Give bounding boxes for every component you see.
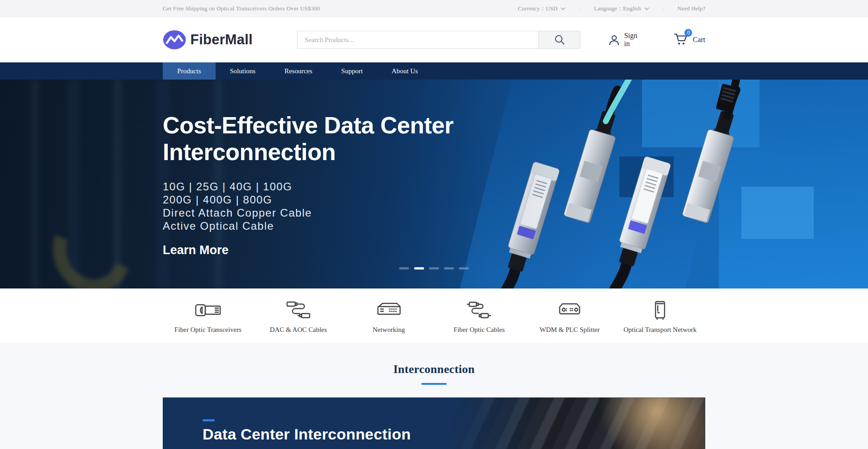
category-networking[interactable]: Networking — [344, 288, 434, 343]
hero-line: 10G | 25G | 40G | 100G — [163, 180, 705, 193]
topbar-right-group: Currency：USD | Language：English | Need H… — [518, 5, 705, 13]
carousel-dot-2-active[interactable] — [414, 267, 424, 269]
carousel-dot-4[interactable] — [444, 267, 454, 269]
nav-item-about-us[interactable]: About Us — [377, 62, 432, 80]
carousel-indicators — [399, 267, 469, 269]
main-header: FiberMall Sign in — [0, 17, 868, 62]
carousel-dot-1[interactable] — [399, 267, 409, 269]
hero-subtext: 10G | 25G | 40G | 100G 200G | 400G | 800… — [163, 180, 705, 232]
category-label: WDM & PLC Splitter — [540, 326, 600, 334]
hero-title-line2: Interconnection — [163, 139, 336, 165]
search-bar — [297, 31, 581, 49]
brand-name: FiberMall — [190, 32, 253, 48]
wdm-splitter-icon — [555, 300, 584, 320]
primary-nav: Products Solutions Resources Support Abo… — [0, 62, 868, 80]
hero-line: Active Optical Cable — [163, 219, 705, 232]
cart-label: Cart — [693, 36, 705, 44]
nav-item-solutions[interactable]: Solutions — [216, 62, 270, 80]
banner-title: Data Center Interconnection — [203, 425, 411, 443]
chevron-down-icon — [644, 7, 649, 10]
category-fiber-optic-transceivers[interactable]: Fiber Optic Transceivers — [163, 288, 253, 343]
fibermall-logo-icon — [163, 30, 186, 50]
currency-label: Currency：USD — [518, 5, 557, 13]
nav-item-products[interactable]: Products — [163, 62, 216, 80]
category-wdm-plc-splitter[interactable]: WDM & PLC Splitter — [524, 288, 615, 343]
top-utility-bar: Get Free Shipping on Optical Transceiver… — [0, 0, 868, 17]
sign-in-label: Sign in — [624, 32, 644, 48]
hero-carousel: Cost-Effective Data Center Interconnecti… — [0, 80, 868, 288]
sign-in-button[interactable]: Sign in — [609, 32, 644, 48]
category-label: DAC & AOC Cables — [270, 326, 327, 334]
cart-button[interactable]: 0 Cart — [674, 33, 705, 47]
hero-line: 200G | 400G | 800G — [163, 193, 705, 206]
free-shipping-promo: Get Free Shipping on Optical Transceiver… — [163, 5, 320, 12]
category-label: Fiber Optic Transceivers — [175, 326, 241, 334]
banner-accent-dash — [203, 419, 215, 421]
fibermall-homepage: Get Free Shipping on Optical Transceiver… — [0, 0, 868, 449]
fiber-cable-icon — [465, 300, 494, 320]
data-center-interconnection-banner[interactable]: Data Center Interconnection — [163, 397, 705, 449]
currency-selector[interactable]: Currency：USD — [518, 5, 566, 13]
switch-icon — [374, 300, 403, 320]
search-input[interactable] — [297, 31, 539, 48]
search-icon — [554, 34, 565, 45]
interconnection-section: Interconnection Data Center Interconnect… — [0, 343, 868, 449]
topbar-separator: | — [579, 5, 580, 12]
nav-item-support[interactable]: Support — [327, 62, 377, 80]
carousel-dot-5[interactable] — [459, 267, 469, 269]
category-label: Fiber Optic Cables — [453, 326, 505, 334]
language-label: Language：English — [594, 5, 641, 13]
hero-line: Direct Attach Copper Cable — [163, 206, 705, 219]
language-selector[interactable]: Language：English — [594, 5, 649, 13]
category-fiber-optic-cables[interactable]: Fiber Optic Cables — [434, 288, 524, 343]
carousel-dot-3[interactable] — [429, 267, 439, 269]
need-help-link[interactable]: Need Help? — [677, 5, 705, 12]
section-title: Interconnection — [0, 363, 868, 376]
category-shortcut-row: Fiber Optic Transceivers DAC & AOC Cable… — [0, 288, 868, 343]
nav-item-resources[interactable]: Resources — [270, 62, 327, 80]
banner-photo — [401, 397, 705, 449]
chevron-down-icon — [561, 7, 566, 10]
hero-title-line1: Cost-Effective Data Center — [163, 112, 453, 138]
user-icon — [609, 34, 620, 46]
search-button[interactable] — [538, 31, 580, 48]
dac-cable-icon — [284, 300, 313, 320]
category-optical-transport-network[interactable]: Optical Transport Network — [615, 288, 705, 343]
fibermall-logo[interactable]: FiberMall — [163, 30, 253, 50]
otn-cabinet-icon — [646, 300, 675, 320]
category-label: Optical Transport Network — [623, 326, 697, 334]
category-dac-aoc-cables[interactable]: DAC & AOC Cables — [253, 288, 344, 343]
cart-count-badge: 0 — [684, 29, 692, 37]
hero-title: Cost-Effective Data Center Interconnecti… — [163, 112, 705, 165]
category-label: Networking — [373, 326, 405, 334]
topbar-separator: | — [663, 5, 664, 12]
learn-more-link[interactable]: Learn More — [163, 243, 229, 257]
section-title-underline — [421, 383, 447, 385]
transceiver-icon — [193, 300, 222, 320]
